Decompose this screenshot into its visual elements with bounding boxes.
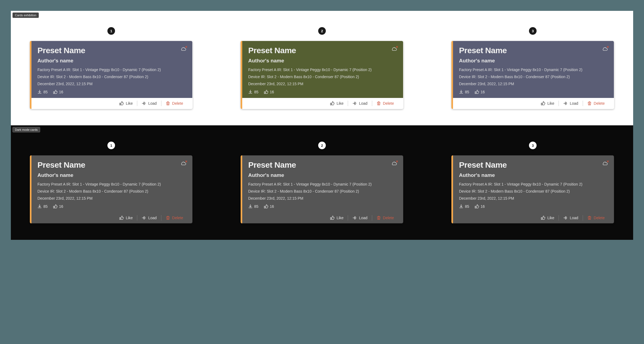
load-button[interactable]: Load — [559, 101, 582, 106]
load-button[interactable]: Load — [348, 215, 372, 221]
load-button[interactable]: Load — [137, 101, 161, 106]
card-index-badge: 3 — [529, 142, 537, 149]
author-name: Author's name — [248, 58, 397, 64]
section-dark: Dark mode cards 1 Preset Name ✕ Author's… — [11, 125, 633, 240]
cloud-x-icon: ✕ — [607, 160, 609, 163]
downloads-count: 85 — [43, 90, 48, 94]
delete-button[interactable]: Delete — [372, 215, 398, 221]
load-label: Load — [570, 216, 578, 220]
card-footer: Like Load Delete — [453, 98, 614, 109]
downloads-stat: 85 — [248, 90, 259, 94]
like-label: Like — [126, 216, 133, 220]
card-footer: Like Load Delete — [242, 212, 403, 223]
delete-button[interactable]: Delete — [583, 101, 609, 106]
cards-row: 1 Preset Name ✕ Author's name Factory Pr… — [30, 27, 614, 109]
cloud-x-icon: ✕ — [396, 160, 398, 163]
downloads-stat: 85 — [248, 204, 259, 209]
preset-title: Preset Name — [459, 46, 507, 55]
cloud-offline-icon: ✕ — [180, 47, 186, 51]
detail-date: December 23rd, 2022, 12:15 PM — [248, 82, 397, 86]
like-button[interactable]: Like — [537, 101, 559, 106]
thumb-icon — [330, 101, 334, 106]
card-index-badge: 2 — [318, 142, 326, 149]
detail-line-1: Factory Preset A IR: Slot 1 - Vintage Pe… — [37, 68, 186, 72]
detail-line-2: Device IR: Slot 2 - Modern Bass 8x10 - C… — [248, 75, 397, 79]
card-footer: Like Load Delete — [31, 98, 192, 109]
like-button[interactable]: Like — [115, 215, 137, 221]
like-button[interactable]: Like — [326, 101, 348, 106]
detail-line-1: Factory Preset A IR: Slot 1 - Vintage Pe… — [248, 68, 397, 72]
detail-line-2: Device IR: Slot 2 - Modern Bass 8x10 - C… — [37, 75, 186, 79]
downloads-count: 85 — [43, 204, 48, 209]
downloads-stat: 85 — [459, 90, 469, 94]
card-index-badge: 1 — [107, 142, 115, 149]
trash-icon — [166, 101, 170, 106]
likes-stat: 16 — [53, 90, 63, 94]
thumb-icon — [264, 90, 268, 94]
thumb-icon — [53, 204, 58, 209]
likes-stat: 16 — [264, 204, 274, 209]
thumb-icon — [53, 90, 58, 94]
likes-stat: 16 — [53, 204, 63, 209]
delete-button[interactable]: Delete — [583, 215, 609, 221]
likes-stat: 16 — [475, 90, 485, 94]
load-label: Load — [148, 101, 157, 106]
preset-title: Preset Name — [459, 160, 507, 170]
load-icon — [352, 101, 357, 106]
likes-count: 16 — [270, 90, 274, 94]
likes-count: 16 — [481, 204, 485, 209]
delete-button[interactable]: Delete — [161, 215, 187, 221]
card-index-badge: 3 — [529, 27, 537, 35]
delete-button[interactable]: Delete — [161, 101, 187, 106]
preset-title: Preset Name — [37, 160, 85, 170]
preset-title: Preset Name — [248, 46, 296, 55]
load-button[interactable]: Load — [348, 101, 372, 106]
load-icon — [142, 101, 146, 106]
thumb-icon — [475, 204, 479, 209]
like-button[interactable]: Like — [115, 101, 137, 106]
download-icon — [459, 90, 463, 94]
load-button[interactable]: Load — [559, 215, 582, 221]
detail-line-2: Device IR: Slot 2 - Modern Bass 8x10 - C… — [37, 189, 186, 193]
like-label: Like — [126, 101, 133, 106]
preset-title: Preset Name — [248, 160, 296, 170]
thumb-icon — [264, 204, 268, 209]
detail-date: December 23rd, 2022, 12:15 PM — [37, 196, 186, 200]
load-icon — [352, 216, 357, 220]
cloud-offline-icon: ✕ — [602, 161, 608, 166]
card-footer: Like Load Delete — [31, 212, 192, 223]
downloads-count: 85 — [254, 90, 259, 94]
downloads-stat: 85 — [459, 204, 469, 209]
like-label: Like — [337, 216, 344, 220]
card-index-badge: 1 — [107, 27, 115, 35]
cloud-x-icon: ✕ — [607, 45, 609, 49]
preset-card: Preset Name ✕ Author's name Factory Pres… — [451, 155, 614, 224]
downloads-count: 85 — [465, 204, 469, 209]
likes-stat: 16 — [475, 204, 485, 209]
like-label: Like — [547, 216, 554, 220]
delete-label: Delete — [172, 216, 183, 220]
like-button[interactable]: Like — [537, 215, 559, 221]
load-button[interactable]: Load — [137, 215, 161, 221]
downloads-stat: 85 — [37, 90, 48, 94]
card-footer: Like Load Delete — [242, 98, 403, 109]
download-icon — [248, 204, 253, 209]
like-label: Like — [547, 101, 554, 106]
trash-icon — [166, 216, 170, 220]
author-name: Author's name — [37, 58, 186, 64]
detail-line-1: Factory Preset A IR: Slot 1 - Vintage Pe… — [459, 182, 608, 186]
delete-label: Delete — [383, 101, 394, 106]
delete-label: Delete — [383, 216, 394, 220]
cloud-offline-icon: ✕ — [391, 161, 397, 166]
preset-card: Preset Name ✕ Author's name Factory Pres… — [451, 41, 614, 109]
cards-row: 1 Preset Name ✕ Author's name Factory Pr… — [30, 142, 614, 224]
likes-count: 16 — [270, 204, 274, 209]
detail-line-1: Factory Preset A IR: Slot 1 - Vintage Pe… — [459, 68, 608, 72]
likes-count: 16 — [59, 204, 63, 209]
thumb-icon — [119, 101, 124, 106]
like-button[interactable]: Like — [326, 215, 348, 221]
delete-button[interactable]: Delete — [372, 101, 398, 106]
cloud-offline-icon: ✕ — [391, 47, 397, 51]
likes-count: 16 — [59, 90, 63, 94]
section-light: Cards exhibition 1 Preset Name ✕ Author'… — [11, 11, 633, 125]
